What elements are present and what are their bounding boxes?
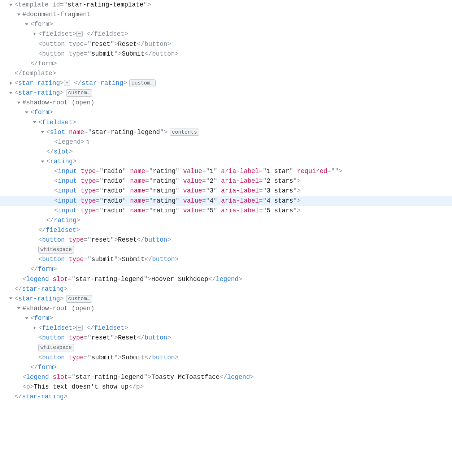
row-content: <button type="reset">Reset</button> — [38, 235, 171, 245]
dom-row[interactable]: <star-rating>custom… — [0, 294, 452, 304]
ellipsis-badge[interactable]: ⋯ — [64, 80, 70, 86]
row-content: <star-rating>custom… — [14, 88, 92, 98]
dom-row[interactable]: <input type="radio" name="rating" value=… — [0, 196, 452, 206]
dom-row[interactable]: <star-rating>⋯ </star-rating>custom… — [0, 78, 452, 88]
dom-row[interactable]: </slot> — [0, 147, 452, 157]
attr-value: star-rating-legend — [75, 276, 144, 283]
dom-row[interactable]: <rating> — [0, 157, 452, 166]
dom-row[interactable]: <fieldset> — [0, 118, 452, 127]
dom-row[interactable]: </form> — [0, 363, 452, 372]
tag-name: form — [34, 109, 49, 116]
dom-row[interactable]: </form> — [0, 59, 452, 69]
tag-name: rating — [54, 217, 77, 224]
dom-row[interactable]: #shadow-root (open) — [0, 304, 452, 313]
tag-name: input — [58, 187, 77, 194]
dom-row[interactable]: <p>This text doesn't show up</p> — [0, 382, 452, 392]
dom-row[interactable]: <form> — [0, 313, 452, 323]
attr-value: rating — [153, 207, 175, 214]
caret-down-icon[interactable] — [17, 12, 21, 17]
caret-right-icon[interactable] — [9, 81, 13, 85]
dom-row[interactable]: <form> — [0, 20, 452, 29]
dom-row[interactable]: <legend>↴ — [0, 137, 452, 147]
dom-row[interactable]: <form> — [0, 108, 452, 117]
dom-row[interactable]: #shadow-root (open) — [0, 98, 452, 108]
dom-row[interactable]: <legend slot="star-rating-legend">Toasty… — [0, 372, 452, 382]
caret-down-icon[interactable] — [40, 130, 45, 134]
dom-row[interactable]: <button type="reset">Reset</button> — [0, 39, 452, 49]
dom-row[interactable]: whitespace — [0, 343, 452, 352]
dom-row[interactable]: <input type="radio" name="rating" value=… — [0, 206, 452, 216]
dom-row[interactable]: <input type="radio" name="rating" value=… — [0, 186, 452, 196]
text-content: Reset — [118, 236, 137, 243]
ellipsis-badge[interactable]: ⋯ — [76, 325, 83, 331]
row-content: <slot name="star-rating-legend">contents — [46, 127, 199, 137]
text-content: Submit — [122, 354, 144, 361]
attr-value: radio — [104, 168, 123, 175]
dom-row[interactable]: <fieldset>⋯ </fieldset> — [0, 29, 452, 39]
caret-right-icon[interactable] — [32, 326, 37, 330]
tag-name: legend — [26, 373, 49, 381]
return-glyph: ↴ — [86, 137, 90, 147]
tag-name: star-rating — [22, 393, 64, 400]
dom-row[interactable]: </fieldset> — [0, 225, 452, 235]
attr-name: value — [183, 187, 202, 194]
attr-name: required — [297, 168, 327, 175]
dom-row[interactable]: whitespace — [0, 245, 452, 255]
tag-name: button — [152, 50, 175, 57]
dom-row[interactable]: #document-fragment — [0, 10, 452, 20]
caret-down-icon[interactable] — [25, 110, 29, 114]
dom-row[interactable]: <button type="submit">Submit</button> — [0, 255, 452, 264]
attr-value: rating — [153, 177, 175, 185]
document-fragment: #document-fragment — [22, 11, 91, 18]
custom-element-badge[interactable]: custom… — [129, 79, 156, 87]
dom-row[interactable]: <slot name="star-rating-legend">contents — [0, 127, 452, 137]
dom-row[interactable]: <button type="submit">Submit</button> — [0, 49, 452, 59]
text-content: Submit — [122, 50, 144, 57]
dom-row[interactable]: <input type="radio" name="rating" value=… — [0, 166, 452, 176]
caret-down-icon[interactable] — [25, 316, 29, 320]
dom-row[interactable]: </star-rating> — [0, 392, 452, 402]
custom-element-badge[interactable]: custom… — [66, 295, 92, 303]
dom-row[interactable]: </template> — [0, 69, 452, 78]
row-content: <template id="star-rating-template"> — [14, 0, 151, 10]
ellipsis-badge[interactable]: ⋯ — [76, 31, 83, 37]
attr-value: reset — [91, 236, 110, 243]
caret-down-icon[interactable] — [9, 296, 13, 300]
tag-name: input — [58, 207, 77, 214]
caret-down-icon[interactable] — [17, 306, 21, 310]
tag-name: star-rating — [22, 285, 64, 293]
dom-row[interactable]: <legend slot="star-rating-legend">Hoover… — [0, 274, 452, 284]
attr-name: type — [69, 40, 84, 48]
text-content: This text doesn't show up — [34, 383, 129, 390]
row-content: <input type="radio" name="rating" value=… — [54, 196, 301, 206]
dom-row[interactable]: <button type="reset">Reset</button> — [0, 333, 452, 343]
dom-row[interactable]: <input type="radio" name="rating" value=… — [0, 176, 452, 186]
row-content: whitespace — [38, 245, 74, 255]
attr-value: radio — [104, 207, 123, 214]
attr-value: reset — [91, 334, 110, 341]
caret-down-icon[interactable] — [9, 91, 13, 95]
dom-tree[interactable]: <template id="star-rating-template">#doc… — [0, 0, 452, 402]
tag-name: button — [42, 354, 65, 361]
dom-row[interactable]: <template id="star-rating-template"> — [0, 0, 452, 10]
caret-down-icon[interactable] — [40, 159, 45, 164]
custom-element-badge[interactable]: custom… — [66, 89, 92, 97]
dom-row[interactable]: <button type="reset">Reset</button> — [0, 235, 452, 245]
custom-element-badge[interactable]: contents — [170, 129, 199, 136]
attr-value: 1 — [210, 168, 214, 175]
dom-row[interactable]: </star-rating> — [0, 284, 452, 294]
tag-name: form — [38, 364, 53, 371]
caret-down-icon[interactable] — [17, 100, 21, 105]
caret-down-icon[interactable] — [32, 120, 37, 124]
caret-right-icon[interactable] — [32, 32, 37, 36]
tag-name: button — [42, 40, 65, 48]
dom-row[interactable]: <star-rating>custom… — [0, 88, 452, 98]
dom-row[interactable]: <fieldset>⋯ </fieldset> — [0, 323, 452, 333]
attr-value: star-rating-legend — [75, 373, 144, 381]
caret-down-icon[interactable] — [25, 22, 29, 26]
dom-row[interactable]: </form> — [0, 264, 452, 274]
dom-row[interactable]: </rating> — [0, 216, 452, 225]
caret-down-icon[interactable] — [9, 3, 13, 7]
attr-name: type — [69, 236, 84, 243]
dom-row[interactable]: <button type="submit">Submit</button> — [0, 353, 452, 363]
